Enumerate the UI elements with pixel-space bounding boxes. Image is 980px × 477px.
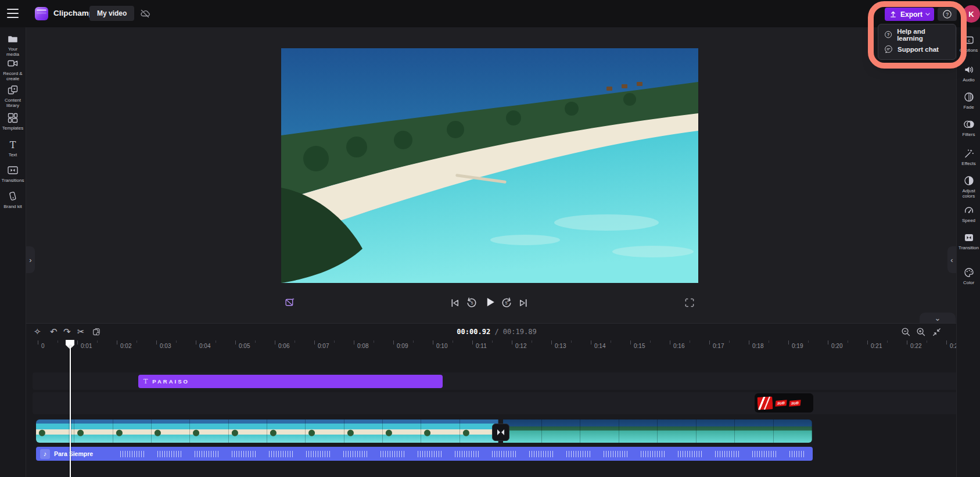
camera-icon — [7, 58, 19, 69]
seek-start-button[interactable] — [448, 297, 461, 309]
time-separator: / — [490, 328, 503, 336]
captions-icon: c — [963, 34, 975, 46]
sidebar-item-your-media[interactable]: Your media — [0, 33, 26, 57]
ruler-minor-tick — [176, 340, 177, 343]
sidebar-item-fade[interactable]: Fade — [957, 91, 980, 110]
video-thumbnail — [580, 419, 619, 443]
clip-transition-button[interactable] — [492, 424, 509, 441]
subscribe-sticker-thumb: SUB — [789, 400, 800, 406]
duplicate-icon[interactable] — [92, 327, 101, 336]
sidebar-item-filters[interactable]: Filters — [957, 119, 980, 137]
library-icon — [7, 84, 19, 96]
video-thumbnail — [152, 419, 190, 443]
svg-text:5: 5 — [505, 301, 507, 306]
undo-icon[interactable]: ↶ — [50, 326, 58, 338]
ruler-minor-tick — [137, 340, 137, 343]
adjust-colors-icon — [963, 175, 975, 187]
avatar[interactable]: K — [963, 5, 980, 23]
ruler-minor-tick — [97, 340, 98, 343]
sidebar-item-brand-kit[interactable]: Brand kit — [0, 191, 26, 209]
sidebar-item-effects[interactable]: Effects — [957, 148, 980, 166]
app-name: Clipchamp — [53, 9, 94, 17]
ruler-minor-tick — [216, 340, 216, 343]
help-menu-item-help-and-learning[interactable]: ? Help and learning — [878, 27, 956, 42]
ruler-minor-tick — [571, 340, 572, 343]
video-thumbnail — [658, 419, 697, 443]
sidebar-item-audio[interactable]: Audio — [957, 64, 980, 83]
help-button[interactable]: ? — [938, 8, 957, 21]
clipchamp-editor: Clipchamp My video Export ? K ? Help and… — [0, 0, 980, 477]
video-thumbnail — [383, 419, 421, 443]
chevron-down-icon: ⌄ — [935, 314, 941, 322]
redo-icon[interactable]: ↷ — [63, 326, 71, 338]
forward-5s-button[interactable]: 5 — [500, 296, 513, 309]
zoom-out-button[interactable] — [900, 327, 911, 338]
video-preview[interactable] — [281, 48, 698, 283]
timeline-ruler[interactable]: 00:010:020:030:040:050:060:070:080:090:1… — [0, 340, 980, 355]
magic-tools-icon[interactable]: ✧ — [34, 326, 41, 338]
fade-icon — [963, 91, 975, 103]
svg-text:5: 5 — [471, 301, 473, 306]
text-clip[interactable]: T PARAISO — [138, 375, 443, 388]
sidebar-item-transitions[interactable]: Transitions — [0, 164, 26, 183]
project-title[interactable]: My video — [89, 6, 134, 21]
scissors-icon[interactable]: ✂ — [77, 326, 85, 338]
video-clip-left[interactable] — [36, 419, 498, 443]
video-thumbnail — [735, 419, 774, 443]
sidebar-item-templates[interactable]: Templates — [0, 112, 26, 131]
video-thumbnail — [190, 419, 228, 443]
help-menu: ? Help and learning Support chat — [878, 24, 956, 60]
auto-captions-off-icon[interactable] — [284, 296, 296, 309]
collapse-right-panel-button[interactable]: ‹ — [947, 246, 956, 273]
sidebar-item-speed[interactable]: Speed — [957, 205, 980, 223]
seek-end-button[interactable] — [518, 297, 530, 309]
ruler-minor-tick — [334, 340, 335, 343]
sidebar-item-record-create[interactable]: Record & create — [0, 58, 26, 81]
ruler-minor-tick — [927, 340, 927, 343]
video-clip-right[interactable] — [503, 419, 812, 443]
menu-icon[interactable] — [7, 9, 19, 18]
play-button[interactable] — [483, 295, 497, 309]
video-thumbnail — [306, 419, 344, 443]
ruler-minor-tick — [295, 340, 295, 343]
clipchamp-logo-icon — [35, 7, 48, 20]
current-time: 00:00.92 — [457, 328, 490, 336]
video-thumbnail — [113, 419, 152, 443]
ruler-minor-tick — [650, 340, 651, 343]
text-clip-label: PARAISO — [152, 378, 189, 385]
sidebar-item-text[interactable]: T Text — [0, 139, 26, 157]
text-icon: T — [7, 139, 19, 150]
svg-text:c: c — [968, 38, 970, 43]
expand-left-panel-button[interactable]: › — [26, 246, 35, 273]
export-button[interactable]: Export — [885, 8, 934, 21]
ruler-minor-tick — [453, 340, 453, 343]
question-circle-icon: ? — [942, 9, 952, 19]
sidebar-item-captions[interactable]: c Captions — [957, 34, 980, 53]
filters-icon — [963, 119, 975, 130]
sidebar-item-color[interactable]: Color — [957, 267, 980, 285]
folder-icon — [7, 33, 19, 45]
video-thumbnail — [542, 419, 581, 443]
collapse-timeline-button[interactable]: ⌄ — [920, 313, 956, 323]
left-sidebar: Your media Record & create Content libra… — [0, 27, 26, 477]
sidebar-item-transition[interactable]: Transition — [957, 232, 980, 250]
video-thumbnail — [421, 419, 460, 443]
total-time: 00:19.89 — [503, 328, 537, 336]
timecode: 00:00.92 / 00:19.89 — [401, 328, 593, 336]
playhead[interactable] — [66, 340, 76, 477]
video-thumbnail — [74, 419, 113, 443]
svg-text:?: ? — [946, 12, 949, 17]
help-menu-item-support-chat[interactable]: Support chat — [878, 42, 956, 56]
fit-timeline-button[interactable] — [931, 327, 942, 338]
audio-clip[interactable]: ♪ Para Siempre — [36, 447, 813, 461]
sidebar-item-content-library[interactable]: Content library — [0, 84, 26, 108]
ruler-minor-tick — [729, 340, 730, 343]
rewind-5s-button[interactable]: 5 — [465, 296, 478, 309]
zoom-in-button[interactable] — [916, 327, 927, 338]
fullscreen-button[interactable] — [683, 296, 696, 309]
sticker-clip[interactable]: SUB SUB — [755, 393, 813, 413]
playhead-line — [70, 346, 71, 477]
sidebar-item-adjust-colors[interactable]: Adjust colors — [957, 175, 980, 199]
ruler-minor-tick — [413, 340, 414, 343]
svg-text:T: T — [10, 139, 16, 150]
